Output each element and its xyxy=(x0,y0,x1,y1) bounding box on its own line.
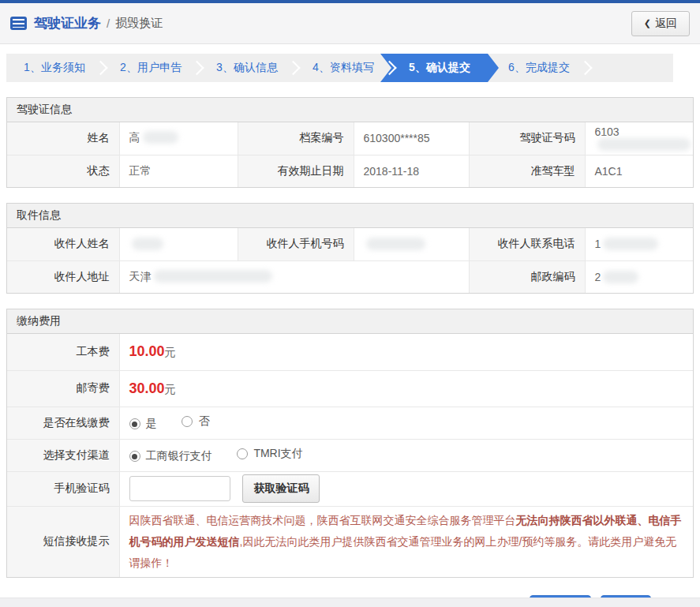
name-label: 姓名 xyxy=(7,122,119,155)
get-captcha-button[interactable]: 获取验证码 xyxy=(242,474,320,503)
redacted-text xyxy=(603,271,638,283)
page-title: 驾驶证业务 xyxy=(34,14,101,32)
table-row: 收件人地址 天津 邮政编码 2 xyxy=(7,260,693,293)
table-row: 手机验证码 获取验证码 xyxy=(7,471,693,506)
file-no-value: 610300****85 xyxy=(354,122,469,155)
expiry-value: 2018-11-18 xyxy=(354,155,469,187)
section-title-pickup: 取件信息 xyxy=(7,204,693,228)
step-label: 5、确认提交 xyxy=(409,61,470,75)
radio-unchecked-icon[interactable] xyxy=(237,448,248,459)
step-label: 3、确认信息 xyxy=(216,61,278,75)
radio-option-no[interactable]: 否 xyxy=(182,414,209,429)
redacted-text xyxy=(603,238,658,250)
radio-dot xyxy=(132,422,137,427)
radio-option-yes-label: 是 xyxy=(146,417,157,431)
recipient-name-label: 收件人姓名 xyxy=(7,228,119,260)
pickup-info-section: 取件信息 收件人姓名 收件人手机号码 收件人联系电话 1 收件人地址 天津 邮政… xyxy=(6,203,694,294)
postage-fee-label: 邮寄费 xyxy=(7,370,119,407)
redacted-text xyxy=(366,238,425,250)
radio-option-icbc-label: 工商银行支付 xyxy=(146,449,212,463)
radio-option-tmri[interactable]: TMRI支付 xyxy=(237,447,302,461)
name-value: 高 xyxy=(119,122,238,155)
expiry-label: 有效期止日期 xyxy=(238,155,354,187)
breadcrumb-current: 损毁换证 xyxy=(115,16,163,31)
table-row: 姓名 高 档案编号 610300****85 驾驶证号码 6103 xyxy=(7,122,693,155)
redacted-text xyxy=(154,270,272,283)
pay-channel-label: 选择支付渠道 xyxy=(7,439,119,471)
postal-code-value-text: 2 xyxy=(595,271,601,283)
radio-checked-icon[interactable] xyxy=(129,451,140,462)
step-wizard: 1、业务须知 2、用户申告 3、确认信息 4、资料填写 5、确认提交 6、完成提… xyxy=(6,54,673,82)
radio-option-icbc[interactable]: 工商银行支付 xyxy=(129,449,212,463)
pay-channel-options: 工商银行支付 TMRI支付 xyxy=(119,439,693,471)
step-3-confirm-info[interactable]: 3、确认信息 xyxy=(199,54,295,82)
postal-code-label: 邮政编码 xyxy=(469,260,585,293)
redacted-text xyxy=(132,238,163,250)
radio-unchecked-icon[interactable] xyxy=(182,416,193,427)
page-bottom-strip xyxy=(0,598,700,607)
table-row: 状态 正常 有效期止日期 2018-11-18 准驾车型 A1C1 xyxy=(7,155,693,187)
postage-fee-amount: 30.00 xyxy=(129,380,165,396)
step-bar-filler xyxy=(587,54,673,82)
sms-text-part1: 因陕西省联通、电信运营商技术问题，陕西省互联网交通安全综合服务管理平台 xyxy=(129,514,516,526)
step-2-user-declaration[interactable]: 2、用户申告 xyxy=(103,54,199,82)
postal-code-value: 2 xyxy=(585,260,693,293)
table-row: 选择支付渠道 工商银行支付 TMRI支付 xyxy=(7,439,693,471)
production-fee-amount: 10.00 xyxy=(129,343,165,359)
step-5-confirm-submit-active[interactable]: 5、确认提交 xyxy=(380,54,499,82)
chevron-left-icon: ❮ xyxy=(644,18,651,28)
online-pay-label: 是否在线缴费 xyxy=(7,407,119,439)
recipient-address-label: 收件人地址 xyxy=(7,260,119,293)
radio-dot xyxy=(132,454,137,459)
production-fee-value: 10.00元 xyxy=(119,334,693,370)
payment-section: 缴纳费用 工本费 10.00元 邮寄费 30.00元 是否在线缴费 是 xyxy=(6,309,694,578)
list-icon xyxy=(10,17,27,30)
license-no-value: 6103 xyxy=(585,122,693,155)
recipient-phone-value xyxy=(354,228,469,260)
sms-notice-text: 因陕西省联通、电信运营商技术问题，陕西省互联网交通安全综合服务管理平台无法向持陕… xyxy=(129,507,684,577)
step-label: 2、用户申告 xyxy=(120,61,182,75)
step-1-business-notice[interactable]: 1、业务须知 xyxy=(6,54,103,82)
step-label: 1、业务须知 xyxy=(24,61,85,75)
section-title-payment: 缴纳费用 xyxy=(7,309,693,334)
step-4-fill-data[interactable]: 4、资料填写 xyxy=(295,54,391,82)
recipient-address-value: 天津 xyxy=(119,260,469,293)
step-6-complete-submit[interactable]: 6、完成提交 xyxy=(491,54,587,82)
file-no-label: 档案编号 xyxy=(238,122,354,155)
fee-unit: 元 xyxy=(165,346,176,358)
status-label: 状态 xyxy=(7,155,119,187)
radio-option-yes[interactable]: 是 xyxy=(129,417,157,431)
app-header: 驾驶证业务 / 损毁换证 ❮ 返回 xyxy=(0,3,700,44)
recipient-address-value-text: 天津 xyxy=(129,270,152,283)
redacted-text xyxy=(597,138,691,151)
back-button[interactable]: ❮ 返回 xyxy=(631,11,690,36)
captcha-input[interactable] xyxy=(129,476,230,501)
back-button-label: 返回 xyxy=(655,17,677,31)
table-row: 工本费 10.00元 xyxy=(7,334,693,370)
captcha-controls: 获取验证码 xyxy=(119,471,693,506)
license-info-section: 驾驶证信息 姓名 高 档案编号 610300****85 驾驶证号码 6103 … xyxy=(6,97,694,188)
license-no-value-text: 6103 xyxy=(595,126,620,138)
table-row: 邮寄费 30.00元 xyxy=(7,370,693,407)
table-row: 收件人姓名 收件人手机号码 收件人联系电话 1 xyxy=(7,228,693,260)
recipient-phone-label: 收件人手机号码 xyxy=(238,228,354,260)
recipient-tel-label: 收件人联系电话 xyxy=(469,228,585,260)
vehicle-class-value: A1C1 xyxy=(585,155,693,187)
license-no-label: 驾驶证号码 xyxy=(469,122,585,155)
vehicle-class-label: 准驾车型 xyxy=(469,155,585,187)
license-info-table: 姓名 高 档案编号 610300****85 驾驶证号码 6103 状态 正常 … xyxy=(7,122,693,187)
sms-notice-label: 短信接收提示 xyxy=(7,506,119,577)
redacted-text xyxy=(143,131,178,144)
sms-notice-value: 因陕西省联通、电信运营商技术问题，陕西省互联网交通安全综合服务管理平台无法向持陕… xyxy=(119,506,693,577)
section-title-license: 驾驶证信息 xyxy=(7,98,693,122)
radio-checked-icon[interactable] xyxy=(129,418,140,429)
list-icon-lines xyxy=(13,19,24,28)
radio-option-tmri-label: TMRI支付 xyxy=(253,447,302,461)
recipient-tel-value-text: 1 xyxy=(595,238,601,250)
step-label: 4、资料填写 xyxy=(313,61,374,75)
radio-option-no-label: 否 xyxy=(198,414,209,429)
table-row: 是否在线缴费 是 否 xyxy=(7,407,693,439)
name-value-text: 高 xyxy=(129,131,140,144)
recipient-name-value xyxy=(119,228,238,260)
fee-unit: 元 xyxy=(165,383,176,395)
